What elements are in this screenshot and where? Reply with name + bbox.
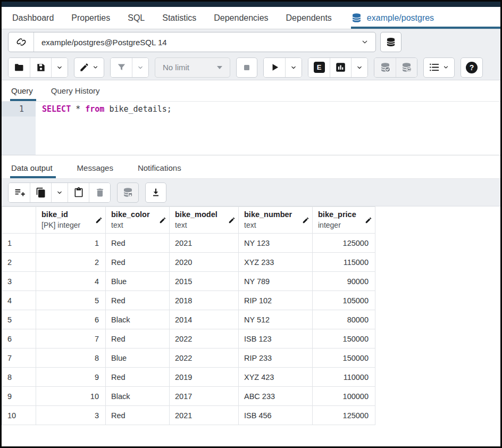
grid-cell-bike_model[interactable]: 2020 (170, 253, 239, 272)
grid-cell-bike_color[interactable]: Black (106, 387, 170, 406)
add-row-button[interactable] (9, 183, 30, 202)
grid-cell-bike_model[interactable]: 2021 (170, 234, 239, 253)
grid-cell-bike_number[interactable]: RIP 233 (239, 349, 313, 368)
sql-code-line[interactable]: SELECT * from bike_details; (36, 102, 500, 155)
rollback-button[interactable] (396, 58, 417, 77)
grid-cell-bike_id[interactable]: 8 (36, 349, 106, 368)
grid-cell-bike_color[interactable]: Red (106, 234, 170, 253)
row-number[interactable]: 8 (2, 368, 36, 387)
copy-button[interactable] (30, 183, 51, 202)
grid-cell-bike_id[interactable]: 3 (36, 406, 106, 425)
connection-dropdown[interactable]: example/postgres@PostgreSQL 14 (8, 32, 376, 52)
grid-cell-bike_color[interactable]: Blue (106, 349, 170, 368)
row-number[interactable]: 6 (2, 329, 36, 349)
row-number[interactable]: 9 (2, 387, 36, 406)
column-header-bike_number[interactable]: bike_number text (239, 207, 313, 234)
grid-cell-bike_number[interactable]: NY 789 (239, 272, 313, 291)
tab-sql[interactable]: SQL (128, 13, 145, 23)
grid-cell-bike_id[interactable]: 6 (36, 310, 106, 329)
grid-cell-bike_number[interactable]: XYZ 423 (239, 368, 313, 387)
grid-cell-bike_color[interactable]: Red (106, 368, 170, 387)
explain-button[interactable]: E (308, 58, 330, 77)
grid-cell-bike_number[interactable]: ABC 233 (239, 387, 313, 406)
tab-notifications[interactable]: Notifications (138, 163, 181, 178)
grid-cell-bike_price[interactable]: 110000 (313, 368, 375, 387)
grid-cell-bike_id[interactable]: 4 (36, 272, 106, 291)
tab-data-output[interactable]: Data output (11, 163, 53, 178)
row-number[interactable]: 10 (2, 406, 36, 425)
row-number[interactable]: 7 (2, 349, 36, 368)
tab-properties[interactable]: Properties (71, 13, 110, 23)
grid-cell-bike_model[interactable]: 2018 (170, 291, 239, 310)
grid-cell-bike_model[interactable]: 2022 (170, 349, 239, 368)
grid-cell-bike_id[interactable]: 10 (36, 387, 106, 406)
grid-cell-bike_price[interactable]: 100000 (313, 387, 375, 406)
tab-query[interactable]: Query (11, 86, 33, 101)
open-file-button[interactable] (9, 58, 30, 77)
grid-cell-bike_number[interactable]: XYZ 233 (239, 253, 313, 272)
explain-analyze-button[interactable] (330, 58, 351, 77)
column-header-bike_price[interactable]: bike_price integer (313, 207, 375, 234)
grid-cell-bike_model[interactable]: 2014 (170, 310, 239, 329)
grid-cell-bike_price[interactable]: 150000 (313, 329, 375, 349)
grid-cell-bike_price[interactable]: 80000 (313, 310, 375, 329)
tab-query-tool-active[interactable]: example/postgres (351, 7, 500, 29)
grid-cell-bike_model[interactable]: 2022 (170, 329, 239, 349)
new-connection-button[interactable] (380, 32, 401, 52)
filter-options-button[interactable] (132, 58, 148, 77)
help-button[interactable]: ? (461, 57, 483, 78)
grid-cell-bike_id[interactable]: 5 (36, 291, 106, 310)
filter-button[interactable] (111, 58, 132, 77)
grid-cell-bike_model[interactable]: 2021 (170, 406, 239, 425)
delete-row-button[interactable] (89, 183, 110, 202)
edit-column-icon[interactable] (159, 217, 166, 224)
grid-cell-bike_model[interactable]: 2019 (170, 368, 239, 387)
grid-cell-bike_color[interactable]: Blue (106, 272, 170, 291)
grid-cell-bike_color[interactable]: Red (106, 291, 170, 310)
grid-cell-bike_id[interactable]: 1 (36, 234, 106, 253)
column-header-bike_model[interactable]: bike_model text (170, 207, 239, 234)
grid-cell-bike_price[interactable]: 150000 (313, 349, 375, 368)
explain-options-button[interactable] (351, 58, 367, 77)
tab-query-history[interactable]: Query History (51, 86, 100, 101)
grid-cell-bike_price[interactable]: 105000 (313, 291, 375, 310)
row-number[interactable]: 1 (2, 234, 36, 253)
edit-column-icon[interactable] (302, 217, 309, 224)
grid-cell-bike_number[interactable]: NY 123 (239, 234, 313, 253)
tab-dependencies[interactable]: Dependencies (214, 13, 268, 23)
edit-menu-button[interactable] (74, 57, 104, 78)
copy-options-button[interactable] (51, 183, 68, 202)
edit-column-icon[interactable] (365, 217, 372, 224)
paste-button[interactable] (68, 183, 89, 202)
grid-cell-bike_id[interactable]: 7 (36, 329, 106, 349)
save-options-button[interactable] (51, 58, 68, 77)
execute-query-button[interactable] (264, 58, 285, 77)
select-all-cell[interactable] (2, 207, 36, 234)
tab-dependents[interactable]: Dependents (286, 13, 332, 23)
edit-column-icon[interactable] (95, 217, 103, 224)
grid-cell-bike_id[interactable]: 2 (36, 253, 106, 272)
execute-options-button[interactable] (285, 58, 302, 77)
row-number[interactable]: 2 (2, 253, 36, 272)
grid-cell-bike_number[interactable]: ISB 456 (239, 406, 313, 425)
tab-messages[interactable]: Messages (77, 163, 113, 178)
grid-cell-bike_price[interactable]: 125000 (313, 406, 375, 425)
tab-dashboard[interactable]: Dashboard (12, 13, 54, 23)
save-file-button[interactable] (30, 58, 51, 77)
grid-cell-bike_number[interactable]: NY 512 (239, 310, 313, 329)
grid-cell-bike_color[interactable]: Red (106, 329, 170, 349)
grid-cell-bike_price[interactable]: 115000 (313, 253, 375, 272)
grid-cell-bike_model[interactable]: 2015 (170, 272, 239, 291)
edit-column-icon[interactable] (228, 217, 236, 224)
tab-statistics[interactable]: Statistics (162, 13, 196, 23)
grid-cell-bike_number[interactable]: RIP 102 (239, 291, 313, 310)
grid-cell-bike_number[interactable]: ISB 123 (239, 329, 313, 349)
grid-cell-bike_price[interactable]: 90000 (313, 272, 375, 291)
grid-cell-bike_color[interactable]: Red (106, 253, 170, 272)
connection-status-button[interactable] (9, 32, 34, 52)
row-limit-select[interactable]: No limit (155, 57, 230, 78)
commit-button[interactable] (374, 58, 396, 77)
grid-cell-bike_color[interactable]: Red (106, 406, 170, 425)
save-data-changes-button[interactable] (117, 182, 139, 203)
row-number[interactable]: 3 (2, 272, 36, 291)
